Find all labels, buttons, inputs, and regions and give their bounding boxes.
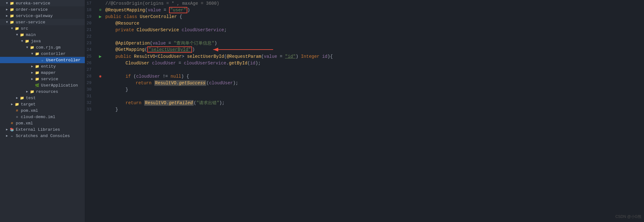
watermark: CSDN @小G熊 bbox=[615, 214, 641, 219]
sidebar-item-order-service[interactable]: ▶ 📁 order-service bbox=[0, 6, 85, 13]
line-number: 25 bbox=[85, 53, 95, 60]
sidebar-item-com-rjs-gm[interactable]: ▼ 📁 com.rjs.gm bbox=[0, 44, 85, 51]
sidebar-item-scratches-and-consoles[interactable]: ▶ ✏️ Scratches and Consoles bbox=[0, 133, 85, 139]
arrow-icon: ▶ bbox=[5, 128, 9, 131]
sidebar-item-java[interactable]: ▼ 📁 java bbox=[0, 38, 85, 44]
code-editor[interactable]: 17 //@CrossOrigin(origins = * , maxAge =… bbox=[85, 0, 644, 222]
sidebar-item-user-service[interactable]: ▼ 📁 user-service bbox=[0, 19, 85, 25]
line-number: 30 bbox=[85, 86, 95, 93]
line-number: 23 bbox=[85, 40, 95, 46]
sidebar-item-test[interactable]: ▶ 📁 test bbox=[0, 95, 85, 101]
sidebar-item-label: service bbox=[41, 77, 58, 81]
code-content bbox=[104, 94, 644, 99]
code-line-21: 21 private CloudUserService cloudUserSer… bbox=[85, 27, 644, 33]
red-arrow-icon bbox=[210, 46, 273, 53]
folder-icon: 📁 bbox=[30, 89, 35, 94]
sidebar-item-user-application[interactable]: 🌿 UserApplication bbox=[0, 82, 85, 88]
sidebar-item-label: target bbox=[21, 102, 36, 107]
sidebar-item-label: order-service bbox=[16, 7, 48, 12]
arrow-icon: ▶ bbox=[25, 90, 29, 93]
arrow-icon: ▼ bbox=[5, 2, 9, 5]
line-number: 33 bbox=[85, 106, 95, 113]
line-number: 17 bbox=[85, 0, 95, 7]
code-content: return ResultVO.getFailed("请求出错"); bbox=[104, 100, 644, 106]
code-content: public class UserController { bbox=[104, 14, 644, 19]
sidebar-item-label: Scratches and Consoles bbox=[16, 134, 70, 138]
line-number: 18 bbox=[85, 7, 95, 13]
sidebar-item-label: java bbox=[31, 39, 41, 44]
gutter-run-icon[interactable]: ▶ bbox=[97, 54, 104, 59]
sidebar-item-label: mapper bbox=[41, 70, 56, 75]
arrow-icon: ▼ bbox=[5, 21, 9, 24]
sidebar-item-pom-xml-root[interactable]: m pom.xml bbox=[0, 120, 85, 126]
sidebar-item-main[interactable]: ▼ 📁 main bbox=[0, 32, 85, 38]
code-line-33: 33 } bbox=[85, 106, 644, 113]
folder-icon: 📁 bbox=[15, 102, 20, 107]
sidebar-item-label: main bbox=[26, 33, 36, 37]
sidebar-item-entity[interactable]: ▶ 📁 entity bbox=[0, 63, 85, 69]
code-content: private CloudUserService cloudUserServic… bbox=[104, 27, 644, 33]
code-content: if (cloudUser != null) { bbox=[104, 74, 644, 79]
sidebar-item-label: src bbox=[21, 26, 28, 31]
sidebar-item-service-gateway[interactable]: ▶ 📁 service-gateway bbox=[0, 13, 85, 19]
arrow-icon: ▼ bbox=[25, 46, 29, 49]
code-line-20: 20 @Resource bbox=[85, 20, 644, 27]
code-content: public ResultVO<CloudUser> selectUserByI… bbox=[104, 54, 644, 59]
code-content bbox=[104, 67, 644, 72]
sidebar-item-label: pom.xml bbox=[21, 108, 38, 113]
gutter-space: ⊙ bbox=[97, 8, 104, 12]
sidebar-item-label: user-service bbox=[16, 20, 45, 25]
sidebar-item-mapper[interactable]: ▶ 📁 mapper bbox=[0, 69, 85, 76]
line-number: 22 bbox=[85, 33, 95, 40]
sidebar-item-label: cloud-demo.iml bbox=[21, 115, 55, 119]
code-content: //@CrossOrigin(origins = * , maxAge = 36… bbox=[104, 1, 644, 6]
folder-icon: 📁 bbox=[15, 26, 20, 31]
sidebar-item-label: contorller bbox=[41, 51, 66, 56]
sidebar-item-src[interactable]: ▼ 📁 src bbox=[0, 25, 85, 32]
line-number: 29 bbox=[85, 80, 95, 86]
folder-icon: 📁 bbox=[35, 76, 40, 81]
code-line-17: 17 //@CrossOrigin(origins = * , maxAge =… bbox=[85, 0, 644, 7]
code-line-26: 26 CloudUser cloudUser = cloudUserServic… bbox=[85, 60, 644, 66]
line-number: 31 bbox=[85, 93, 95, 99]
arrow-icon: ▶ bbox=[30, 64, 34, 68]
line-number: 28 bbox=[85, 73, 95, 80]
arrow-icon: ▶ bbox=[30, 71, 34, 75]
sidebar-item-label: resources bbox=[36, 89, 58, 94]
sidebar-item-cloud-demo-iml[interactable]: ◇ cloud-demo.iml bbox=[0, 114, 85, 120]
line-number: 24 bbox=[85, 46, 95, 53]
folder-icon: 📁 bbox=[20, 32, 25, 37]
sidebar-item-label: com.rjs.gm bbox=[36, 45, 61, 50]
code-content: @ApiOperation(value = "查询单个订单信息") bbox=[104, 40, 644, 46]
sidebar-item-label: UserController bbox=[46, 58, 80, 63]
folder-icon: 📁 bbox=[25, 39, 30, 44]
spring-icon: 🌿 bbox=[35, 83, 40, 88]
arrow-icon: ▶ bbox=[10, 102, 14, 106]
line-number: 21 bbox=[85, 27, 95, 33]
code-line-25: 25 ▶ public ResultVO<CloudUser> selectUs… bbox=[85, 53, 644, 60]
code-line-28: 28 ◉ if (cloudUser != null) { bbox=[85, 73, 644, 80]
folder-icon: 📁 bbox=[20, 95, 25, 100]
sidebar-item-user-controller[interactable]: ☕ UserController bbox=[0, 57, 85, 63]
code-line-18: 18 ⊙ @RequestMapping(value = "user") bbox=[85, 7, 644, 13]
gutter-breakpoint[interactable]: ◉ bbox=[97, 74, 104, 79]
sidebar-item-service[interactable]: ▶ 📁 service bbox=[0, 76, 85, 82]
sidebar-item-external-libraries[interactable]: ▶ 📚 External Libraries bbox=[0, 126, 85, 133]
sidebar-item-label: UserApplication bbox=[41, 83, 78, 88]
gutter-run-icon[interactable]: ▶ bbox=[97, 14, 104, 19]
sidebar-item-pom-xml-user[interactable]: m pom.xml bbox=[0, 107, 85, 114]
sidebar-item-label: pom.xml bbox=[16, 121, 33, 126]
arrow-icon: ▶ bbox=[5, 134, 9, 138]
code-content: CloudUser cloudUser = cloudUserService.g… bbox=[104, 61, 644, 66]
sidebar-item-target[interactable]: ▶ 📁 target bbox=[0, 101, 85, 107]
code-content: @Resource bbox=[104, 21, 644, 26]
line-number: 32 bbox=[85, 99, 95, 106]
xml-icon: m bbox=[15, 108, 20, 113]
code-content: return ResultVO.getSuccess(cloudUser); bbox=[104, 81, 644, 86]
sidebar-item-eureka-service[interactable]: ▼ 📁 eureka-service bbox=[0, 0, 85, 6]
sidebar-item-resources[interactable]: ▶ 📁 resources bbox=[0, 88, 85, 95]
arrow-icon: ▶ bbox=[5, 8, 9, 11]
file-tree[interactable]: ▼ 📁 eureka-service ▶ 📁 order-service ▶ 📁… bbox=[0, 0, 85, 222]
folder-icon: 📁 bbox=[9, 7, 15, 12]
sidebar-item-contorller[interactable]: ▼ 📁 contorller bbox=[0, 51, 85, 57]
